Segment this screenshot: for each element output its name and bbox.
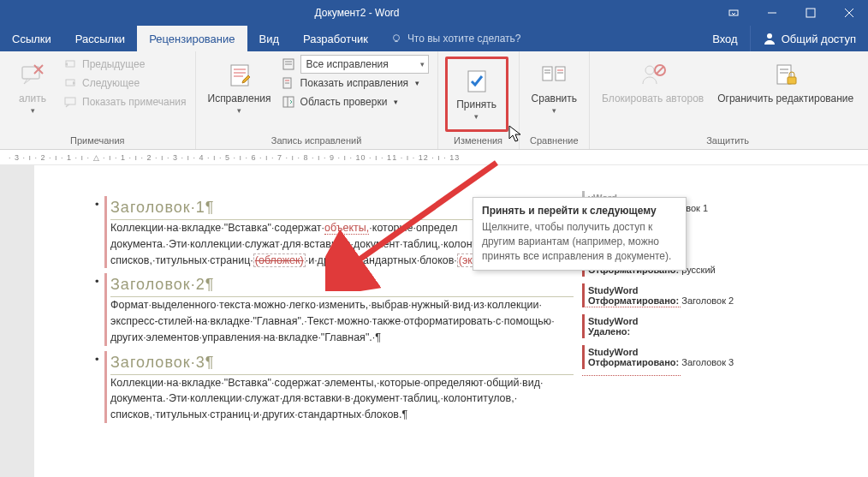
caret-icon: ▾ <box>552 106 556 115</box>
caret-icon: ▾ <box>415 79 419 87</box>
compare-button[interactable]: Сравнить ▾ <box>525 55 584 134</box>
delete-comment-icon <box>19 62 46 89</box>
markup-action: Отформатировано: Заголовок 2 <box>588 295 764 306</box>
tab-mailings[interactable]: Рассылки <box>63 26 137 51</box>
heading-3-block: Заголовок·3¶ Коллекции·на·вкладке·"Встав… <box>104 351 574 423</box>
paragraph[interactable]: документа.·Эти·коллекции·служат·для·вста… <box>110 391 574 407</box>
heading-2-block: Заголовок·2¶ Формат·выделенного·текста·м… <box>104 273 574 345</box>
window-controls <box>714 0 868 26</box>
tooltip-title: Принять и перейти к следующему <box>482 205 677 217</box>
connector-line <box>582 307 681 307</box>
svg-rect-14 <box>231 65 248 86</box>
restrict-editing-label: Ограничить редактирование <box>717 92 853 104</box>
left-gutter <box>0 165 34 477</box>
svg-point-38 <box>645 66 654 75</box>
caret-icon: ▾ <box>394 98 398 106</box>
signin-link[interactable]: Вход <box>700 26 749 51</box>
ribbon-options-icon[interactable] <box>714 0 752 26</box>
markup-item[interactable]: StudyWord Удалено: <box>582 314 767 338</box>
block-authors-button: Блокировать авторов <box>595 55 710 134</box>
ribbon: алить ▾ Предыдущее Следующее Показать пр… <box>0 51 868 150</box>
heading-2[interactable]: Заголовок·2¶ <box>110 273 574 297</box>
paragraph[interactable]: списков,·титульных·страниц·и·других·стан… <box>110 407 574 423</box>
minimize-button[interactable] <box>752 0 791 26</box>
tab-view[interactable]: Вид <box>247 26 292 51</box>
svg-rect-13 <box>65 98 75 104</box>
show-comments-label: Показать примечания <box>82 96 187 108</box>
tell-me-placeholder: Что вы хотите сделать? <box>407 33 521 45</box>
document-area: · 3 · ı · 2 · ı · 1 · ı · △ · ı · 1 · ı … <box>0 150 868 477</box>
text: списков,·титульных·страниц· <box>110 254 253 266</box>
tell-me-search[interactable]: Что вы хотите сделать? <box>380 26 532 51</box>
paragraph[interactable]: других·элементов·управления·на·вкладке·"… <box>110 330 574 346</box>
track-changes-label: Исправления <box>208 92 271 104</box>
caret-icon: ▾ <box>474 112 479 121</box>
text: ·и·других·стандартных·блоков· <box>306 254 457 266</box>
block-authors-label: Блокировать авторов <box>602 92 704 104</box>
group-protect: Блокировать авторов Ограничить редактиро… <box>590 51 865 149</box>
display-for-review-dropdown[interactable]: Все исправления <box>300 55 429 74</box>
accept-label: Принять <box>456 98 496 110</box>
tooltip: Принять и перейти к следующему Щелкните,… <box>473 197 687 271</box>
show-markup-button[interactable]: Показать исправления ▾ <box>278 74 432 92</box>
paragraph[interactable]: Формат·выделенного·текста·можно·легко·из… <box>110 297 574 313</box>
restrict-editing-icon <box>772 62 800 89</box>
show-comments-button: Показать примечания <box>60 92 190 111</box>
delete-comment-label: алить <box>19 92 46 104</box>
accept-highlight-box: Принять ▾ <box>445 57 508 132</box>
title-bar: Документ2 - Word <box>0 0 868 26</box>
page-wrap: Заголовок·1¶ Коллекции·на·вкладке·"Встав… <box>0 165 868 477</box>
tab-references[interactable]: Ссылки <box>0 26 63 51</box>
reviewing-pane-label: Область проверки <box>300 96 388 108</box>
display-icon <box>282 57 295 71</box>
markup-author: StudyWord <box>588 316 764 326</box>
display-for-review-row: Все исправления <box>278 55 432 74</box>
tab-developer[interactable]: Разработчик <box>291 26 380 51</box>
heading-3[interactable]: Заголовок·3¶ <box>110 351 574 375</box>
tab-review[interactable]: Рецензирование <box>137 26 247 51</box>
deleted-text: (обложек) <box>253 253 306 267</box>
svg-point-7 <box>767 33 772 39</box>
maximize-button[interactable] <box>791 0 829 26</box>
compare-icon <box>540 62 568 89</box>
horizontal-ruler[interactable]: · 3 · ı · 2 · ı · 1 · ı · △ · ı · 1 · ı … <box>0 150 868 165</box>
prev-comment-icon <box>63 57 77 71</box>
paragraph[interactable]: Коллекции·на·вкладке·"Вставка"·содержат·… <box>110 375 574 391</box>
share-button[interactable]: Общий доступ <box>750 26 868 51</box>
markup-item[interactable]: StudyWord Отформатировано: Заголовок 3 <box>582 345 767 369</box>
next-comment-icon <box>63 76 77 90</box>
markup-item[interactable]: StudyWord Отформатировано: Заголовок 2 <box>582 283 767 307</box>
window-title: Документ2 - Word <box>0 7 714 19</box>
block-authors-icon <box>639 62 667 89</box>
connector-line <box>582 375 681 376</box>
track-changes-button[interactable]: Исправления ▾ <box>201 55 278 134</box>
svg-point-5 <box>393 35 399 41</box>
show-markup-icon <box>282 76 295 90</box>
accept-button[interactable]: Принять ▾ <box>449 61 504 124</box>
prev-comment-label: Предыдущее <box>82 58 145 70</box>
delete-comment-button: алить ▾ <box>5 55 60 134</box>
group-tracking: Исправления ▾ Все исправления Показать и… <box>196 51 438 149</box>
prev-comment-button: Предыдущее <box>60 55 190 74</box>
group-tracking-label: Запись исправлений <box>201 134 432 149</box>
group-compare-label: Сравнение <box>525 134 584 149</box>
accept-icon <box>463 68 490 95</box>
caret-icon: ▾ <box>31 106 35 115</box>
compare-label: Сравнить <box>532 92 577 104</box>
person-icon <box>763 32 776 45</box>
inserted-text: объекты, <box>324 222 369 235</box>
paragraph[interactable]: экспресс-стилей·на·вкладке·"Главная".·Те… <box>110 313 574 330</box>
svg-line-40 <box>657 67 663 74</box>
lightbulb-icon <box>390 33 402 45</box>
restrict-editing-button[interactable]: Ограничить редактирование <box>710 55 860 134</box>
share-label: Общий доступ <box>782 33 856 45</box>
show-comments-icon <box>63 95 77 109</box>
ribbon-tabs: Ссылки Рассылки Рецензирование Вид Разра… <box>0 26 868 51</box>
reviewing-pane-button[interactable]: Область проверки ▾ <box>278 92 432 111</box>
spacer <box>532 26 701 51</box>
close-button[interactable] <box>829 0 868 26</box>
text: ·которые·определ <box>369 222 457 234</box>
tooltip-body: Щелкните, чтобы получить доступ к другим… <box>482 220 677 263</box>
markup-action: Удалено: <box>588 326 764 337</box>
track-changes-icon <box>226 62 253 89</box>
